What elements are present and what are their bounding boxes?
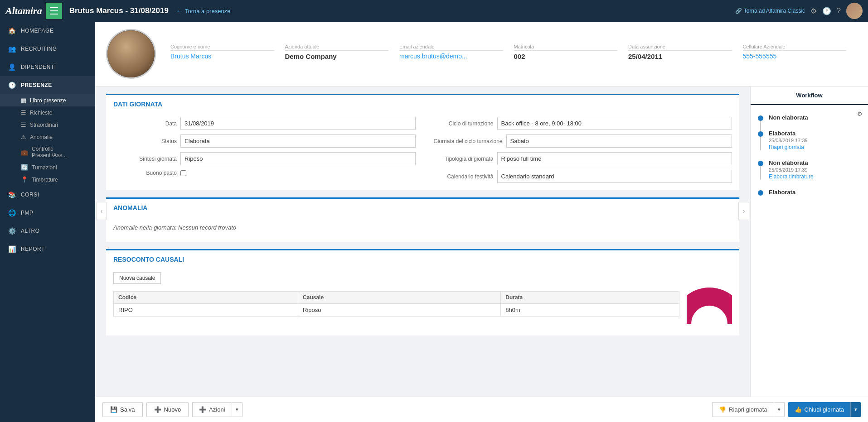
data-input[interactable]: [180, 117, 416, 130]
timeline-title-2: Non elaborata: [769, 159, 861, 166]
homepage-icon: 🏠: [7, 27, 16, 34]
timeline-dot-2: [758, 161, 763, 166]
azioni-button[interactable]: ➕ Azioni: [192, 402, 231, 417]
timeline-date-2: 25/08/2019 17:39: [769, 167, 861, 173]
row-status: Status: [113, 134, 416, 148]
timeline-info-1: Elaborata 25/08/2019 17:39 Riapri giorna…: [769, 130, 861, 150]
dati-giornata-card: DATI GIORNATA Data Status: [106, 94, 739, 190]
anomalie-icon: ⚠: [21, 134, 26, 140]
back-link[interactable]: ← Torna a presenze: [176, 7, 230, 15]
sidebar-sub-label-anomalie: Anomalie: [30, 134, 53, 140]
libro-presenze-icon: ▦: [21, 97, 26, 104]
timeline-dot-0: [758, 115, 763, 121]
timeline-item-0: Non elaborata: [758, 114, 861, 121]
calendario-input[interactable]: [497, 170, 732, 183]
email-value[interactable]: marcus.brutus@demo...: [399, 53, 467, 60]
nuova-causale-button[interactable]: Nuova causale: [113, 272, 161, 284]
salva-button[interactable]: 💾 Salva: [102, 402, 143, 417]
col-durata: Durata: [501, 292, 679, 304]
tipologia-input[interactable]: [497, 152, 732, 165]
nav-arrow-left[interactable]: ‹: [96, 202, 107, 220]
avatar[interactable]: [846, 3, 863, 19]
sidebar-sub-label-controllo: Controllo Presenti/Ass...: [32, 146, 90, 158]
sidebar-item-pmp[interactable]: 🌐 PMP: [0, 204, 95, 222]
chiudi-button[interactable]: 👍 Chiudi giornata: [788, 402, 850, 417]
sidebar-label-recruiting: Recruiting: [21, 46, 57, 52]
sidebar-item-altro[interactable]: ⚙️ Altro: [0, 222, 95, 240]
anomalia-card: ANOMALIA Anomalie nella giornata: Nessun…: [106, 197, 739, 242]
riapri-button[interactable]: 👎 Riapri giornata: [712, 402, 774, 417]
sidebar-item-recruiting[interactable]: 👥 Recruiting: [0, 40, 95, 58]
sidebar-sub-turnazioni[interactable]: 🔄 Turnazioni: [0, 161, 95, 173]
riapri-label: Riapri giornata: [729, 406, 767, 413]
sidebar-sub-anomalie[interactable]: ⚠ Anomalie: [0, 131, 95, 143]
buono-checkbox[interactable]: [180, 170, 186, 176]
workflow-timeline: Non elaborata Elaborata 25/08/2019 17:39…: [758, 114, 861, 196]
status-input[interactable]: [180, 134, 416, 148]
sidebar-item-corsi[interactable]: 📚 Corsi: [0, 186, 95, 204]
timeline-item-1: Elaborata 25/08/2019 17:39 Riapri giorna…: [758, 130, 861, 150]
field-cognome: Cognome e nome Brutus Marcus: [170, 44, 285, 64]
richieste-icon: ☰: [21, 109, 26, 116]
hamburger-line1: [50, 7, 58, 8]
matricola-label: Matricola: [514, 44, 618, 51]
sintesi-input[interactable]: [180, 152, 416, 165]
giornata-ciclo-label: Giornata del ciclo turnazione: [430, 138, 503, 144]
sidebar-label-presenze: Presenze: [21, 82, 52, 88]
nuovo-button[interactable]: ➕ Nuovo: [146, 402, 189, 417]
azienda-label: Azienda attuale: [285, 44, 389, 51]
timeline-action-2[interactable]: Elabora timbrature: [769, 173, 861, 180]
sidebar-sub-richieste[interactable]: ☰ Richieste: [0, 106, 95, 119]
sidebar-item-dipendenti[interactable]: 👤 Dipendenti: [0, 58, 95, 76]
ciclo-input[interactable]: [497, 117, 732, 130]
azioni-caret[interactable]: ▾: [232, 402, 242, 417]
chiudi-caret[interactable]: ▾: [850, 402, 861, 417]
cellulare-value[interactable]: 555-555555: [743, 53, 777, 60]
field-matricola: Matricola 002: [514, 44, 629, 64]
sidebar-sub-controllo[interactable]: 💼 Controllo Presenti/Ass...: [0, 143, 95, 161]
sidebar-item-report[interactable]: 📊 Report: [0, 240, 95, 258]
resoconto-body: Nuova causale Codice Causale Durata: [106, 267, 739, 336]
classic-link[interactable]: 🔗 Torna ad Altamira Classic: [735, 8, 805, 14]
settings-icon[interactable]: ⚙: [810, 7, 817, 15]
giornata-ciclo-input[interactable]: [506, 134, 732, 148]
data-assunzione-value: 25/04/2011: [628, 53, 732, 60]
status-label: Status: [113, 138, 177, 144]
cognome-value[interactable]: Brutus Marcus: [170, 53, 211, 60]
header-actions: 🔗 Torna ad Altamira Classic ⚙ 🕐 ?: [735, 3, 863, 19]
row-data: Data: [113, 117, 416, 130]
sidebar-item-presenze[interactable]: 🕐 Presenze: [0, 76, 95, 94]
nav-arrow-right[interactable]: ›: [738, 202, 749, 220]
row-calendario: Calendario festività: [430, 170, 732, 183]
col-codice: Codice: [114, 292, 298, 304]
page-title: Brutus Marcus - 31/08/2019: [69, 6, 169, 15]
riapri-caret[interactable]: ▾: [774, 402, 785, 417]
col-causale: Causale: [298, 292, 501, 304]
dati-giornata-body: Data Status Sintesi giornata: [106, 111, 739, 190]
bottom-toolbar: 💾 Salva ➕ Nuovo ➕ Azioni ▾: [95, 397, 868, 422]
workflow-content: ⚙ Non elaborata Elaborata: [751, 105, 868, 397]
timeline-title-1: Elaborata: [769, 130, 861, 137]
help-icon[interactable]: ?: [837, 7, 841, 15]
timeline-title-3: Elaborata: [769, 189, 861, 196]
sintesi-label: Sintesi giornata: [113, 156, 177, 162]
workflow-tab[interactable]: Workflow: [751, 86, 868, 105]
corsi-icon: 📚: [7, 191, 16, 198]
timeline-dot-3: [758, 190, 763, 196]
timeline-dot-1: [758, 131, 763, 137]
classic-link-label: Torna ad Altamira Classic: [744, 8, 805, 14]
sidebar-sub-timbrature[interactable]: 📍 Timbrature: [0, 173, 95, 186]
straordinari-icon: ☰: [21, 121, 26, 128]
hamburger-button[interactable]: [46, 3, 62, 19]
buono-label: Buono pasto: [113, 170, 177, 176]
anomalia-no-record: Anomalie nella giornata: Nessun record t…: [113, 221, 732, 235]
clock-icon[interactable]: 🕐: [822, 7, 831, 15]
sidebar-item-homepage[interactable]: 🏠 Homepage: [0, 22, 95, 40]
sidebar-sub-libro-presenze[interactable]: ▦ Libro presenze: [0, 94, 95, 106]
sidebar-sub-straordinari[interactable]: ☰ Straordinari: [0, 119, 95, 131]
timeline-action-1[interactable]: Riapri giornata: [769, 144, 861, 150]
ciclo-label: Ciclo di turnazione: [430, 120, 494, 127]
azienda-value: Demo Company: [285, 53, 389, 60]
matricola-value: 002: [514, 53, 618, 60]
sidebar-label-homepage: Homepage: [21, 28, 53, 34]
